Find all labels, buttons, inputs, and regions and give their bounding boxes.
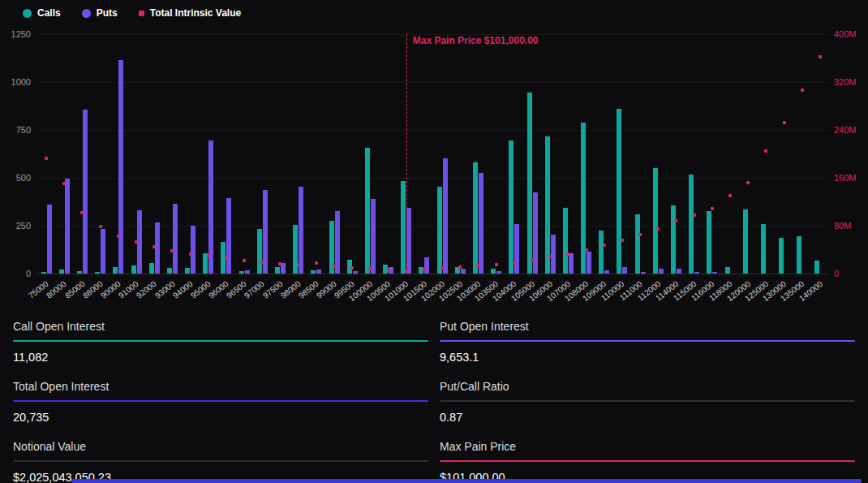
put-bar (712, 272, 717, 274)
left-axis-tick: 1000 (0, 76, 31, 88)
stat-underline (13, 400, 428, 402)
total-intrinsic-value-point (387, 269, 390, 272)
call-bar (527, 93, 532, 274)
stat-put-call-ratio: Put/Call Ratio 0.87 (440, 375, 855, 424)
total-intrinsic-value-point (225, 257, 228, 260)
total-intrinsic-value-legend-marker-icon (139, 11, 144, 16)
call-bar (635, 214, 640, 274)
call-bar (167, 268, 172, 274)
stat-value: 20,735 (13, 411, 428, 424)
total-intrinsic-value-point (440, 266, 444, 270)
put-bar (604, 270, 609, 274)
put-bar (316, 270, 321, 274)
legend-label-puts: Puts (97, 7, 118, 19)
left-axis-tick: 250 (0, 220, 31, 231)
call-bar (131, 265, 136, 274)
call-bar (257, 229, 262, 274)
x-tick-label: 95000 (189, 279, 213, 300)
put-bar (226, 198, 231, 274)
x-tick-label: 93000 (153, 279, 176, 300)
x-tick-label: 92000 (135, 279, 158, 300)
gridline (37, 130, 829, 131)
put-bar (299, 187, 303, 274)
x-tick-label: 88000 (81, 279, 105, 300)
put-bar (659, 269, 664, 274)
total-intrinsic-value-point (315, 261, 318, 265)
call-bar (779, 238, 784, 274)
total-intrinsic-value-point (656, 227, 660, 231)
put-bar (245, 270, 250, 274)
total-intrinsic-value-point (585, 248, 588, 252)
put-bar (353, 271, 358, 274)
put-bar (479, 173, 483, 274)
total-intrinsic-value-point (260, 261, 264, 264)
put-bar (83, 110, 88, 274)
left-axis-tick: 1250 (0, 28, 31, 40)
legend-item-calls[interactable]: Calls (23, 7, 61, 19)
x-tick-label: 96000 (207, 279, 230, 300)
total-intrinsic-value-point (728, 194, 732, 197)
total-intrinsic-value-point (819, 55, 822, 58)
put-bar (118, 60, 123, 274)
call-bar (689, 175, 694, 274)
put-bar (65, 179, 70, 274)
put-bar (173, 204, 178, 274)
stat-label: Notional Value (13, 440, 428, 453)
stat-value: 0.87 (440, 411, 855, 424)
stat-underline (440, 460, 855, 462)
call-bar (617, 109, 621, 274)
total-intrinsic-value-point (243, 259, 246, 262)
put-bar (514, 224, 519, 274)
stat-put-open-interest: Put Open Interest 9,653.1 (440, 315, 855, 364)
total-intrinsic-value-point (170, 249, 174, 252)
call-bar (239, 271, 244, 274)
call-bar (563, 208, 568, 274)
x-tick-label: 75000 (27, 279, 50, 300)
total-intrinsic-value-point (189, 252, 192, 256)
right-axis-tick: 320M (834, 76, 857, 88)
legend-item-total-intrinsic-value[interactable]: Total Intrinsic Value (139, 7, 241, 19)
x-tick-label: 90000 (99, 279, 122, 300)
puts-legend-marker-icon (82, 9, 91, 18)
call-bar (707, 211, 711, 274)
total-intrinsic-value-point (674, 219, 677, 222)
stat-call-open-interest: Call Open Interest 11,082 (13, 315, 428, 364)
call-bar (185, 268, 190, 274)
stat-underline (440, 340, 855, 342)
put-bar (587, 252, 591, 274)
call-bar (509, 140, 513, 274)
total-intrinsic-value-point (783, 121, 786, 124)
put-bar (371, 199, 376, 274)
total-intrinsic-value-point (621, 239, 624, 242)
total-intrinsic-value-point (693, 213, 696, 217)
chart-legend: Calls Puts Total Intrinsic Value (23, 7, 241, 19)
call-bar (491, 269, 496, 274)
bottom-accent-bar (71, 479, 862, 483)
stat-label: Put/Call Ratio (440, 380, 855, 393)
x-tick-label: 96500 (225, 279, 248, 300)
total-intrinsic-value-point (207, 254, 210, 257)
call-bar (761, 224, 766, 274)
put-bar (551, 235, 556, 274)
call-bar (814, 261, 819, 274)
x-tick-label: 99000 (315, 279, 338, 300)
max-pain-line (406, 34, 407, 274)
total-intrinsic-value-point (297, 263, 300, 266)
gridline (37, 178, 829, 179)
put-bar (461, 269, 466, 274)
stat-label: Total Open Interest (13, 380, 428, 393)
call-bar (653, 168, 658, 274)
x-tick-label: 97000 (243, 279, 266, 300)
total-intrinsic-value-point (117, 235, 120, 238)
total-intrinsic-value-point (513, 261, 516, 265)
total-intrinsic-value-point (45, 157, 48, 160)
x-tick-label: 91000 (117, 279, 140, 300)
plot-area[interactable]: Max Pain Price $101,000.00 (37, 34, 829, 274)
x-tick-label: 94000 (171, 279, 195, 300)
legend-item-puts[interactable]: Puts (82, 7, 118, 19)
stat-underline (13, 340, 428, 342)
total-intrinsic-value-point (350, 266, 354, 270)
options-open-interest-chart[interactable]: Calls Puts Total Intrinsic Value 0250500… (0, 0, 868, 308)
call-bar (545, 136, 550, 274)
total-intrinsic-value-point (638, 233, 642, 236)
